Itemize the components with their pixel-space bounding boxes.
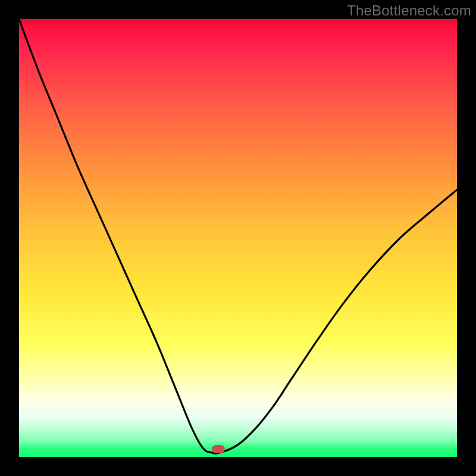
watermark-text: TheBottleneck.com (347, 2, 471, 19)
chart-curve (19, 19, 457, 457)
chart-marker (212, 445, 225, 453)
outer-frame: TheBottleneck.com (0, 0, 476, 476)
chart-plot-area (19, 19, 457, 457)
